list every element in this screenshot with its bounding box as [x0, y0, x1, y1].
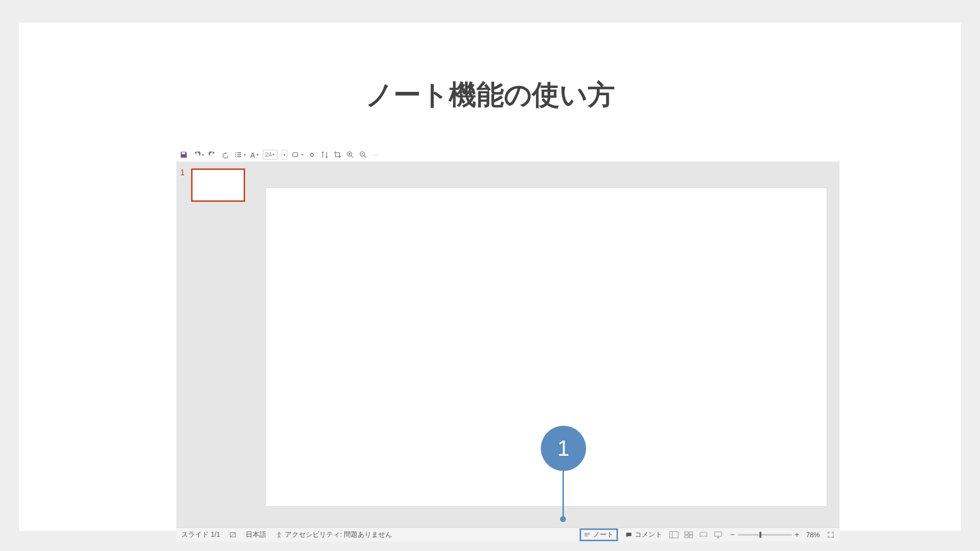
page-title: ノート機能の使い方: [19, 77, 961, 114]
annotation-badge: 1: [541, 426, 586, 471]
save-icon[interactable]: [179, 150, 188, 159]
redo-icon[interactable]: [208, 150, 217, 159]
comments-icon: [625, 531, 633, 539]
font-size-box[interactable]: 24+: [263, 150, 278, 160]
fit-to-window-button[interactable]: [827, 531, 835, 539]
zoom-percent[interactable]: 78%: [806, 531, 820, 539]
slide-thumbnail[interactable]: [191, 168, 245, 202]
crop-icon[interactable]: [333, 150, 342, 159]
quick-access-toolbar: ▾ ▾ A ▾ 24+ ▾ ▾: [176, 148, 840, 162]
notes-button[interactable]: ノート: [580, 528, 618, 541]
comments-button[interactable]: コメント: [625, 530, 662, 539]
svg-rect-10: [689, 535, 693, 538]
annotation-endpoint: [560, 516, 566, 522]
slide-indicator: スライド 1/1: [181, 530, 220, 539]
slide-canvas-area: [253, 162, 840, 528]
powerpoint-window: ▾ ▾ A ▾ 24+ ▾ ▾: [176, 148, 840, 542]
svg-rect-0: [293, 153, 298, 157]
zoom-out-button[interactable]: −: [730, 530, 734, 539]
repeat-icon[interactable]: [221, 150, 230, 159]
shapes-button[interactable]: ▾: [291, 150, 304, 159]
svg-rect-5: [670, 532, 678, 538]
svg-rect-7: [685, 532, 688, 534]
slide-thumbnail-panel: 1: [176, 162, 253, 528]
accessibility-status[interactable]: アクセシビリティ: 問題ありません: [275, 530, 392, 539]
font-size-dropdown[interactable]: ▾: [281, 150, 287, 160]
sorter-view-button[interactable]: [684, 531, 694, 539]
status-bar: スライド 1/1 日本語 アクセシビリティ: 問題ありません: [176, 527, 840, 542]
svg-rect-11: [715, 532, 722, 536]
svg-rect-8: [689, 532, 693, 534]
zoom-track[interactable]: [738, 534, 792, 536]
annotation-connector: [562, 471, 564, 518]
zoom-slider[interactable]: − +: [730, 530, 799, 539]
notes-icon: [583, 531, 591, 539]
view-buttons: [669, 531, 723, 539]
zoom-thumb[interactable]: [759, 532, 761, 538]
spellcheck-icon[interactable]: [229, 531, 237, 539]
normal-view-button[interactable]: [669, 531, 679, 539]
svg-rect-6: [670, 532, 672, 538]
zoom-in-icon[interactable]: [346, 150, 355, 159]
language-indicator[interactable]: 日本語: [246, 530, 266, 539]
zoom-in-button[interactable]: +: [795, 530, 799, 539]
more-commands-icon[interactable]: ⋯: [371, 150, 380, 159]
accessibility-icon: [275, 531, 283, 539]
list-button[interactable]: ▾: [234, 150, 246, 159]
arrange-icon[interactable]: [320, 150, 329, 159]
undo-button[interactable]: ▾: [192, 150, 204, 159]
slideshow-view-button[interactable]: [713, 531, 723, 539]
zoom-out-icon[interactable]: [359, 150, 367, 159]
slide-thumb-number: 1: [180, 168, 185, 177]
svg-rect-9: [685, 535, 688, 538]
reading-view-button[interactable]: [699, 531, 708, 539]
link-icon[interactable]: [308, 150, 316, 159]
svg-point-4: [279, 532, 280, 533]
font-color-button[interactable]: A ▾: [250, 151, 259, 159]
